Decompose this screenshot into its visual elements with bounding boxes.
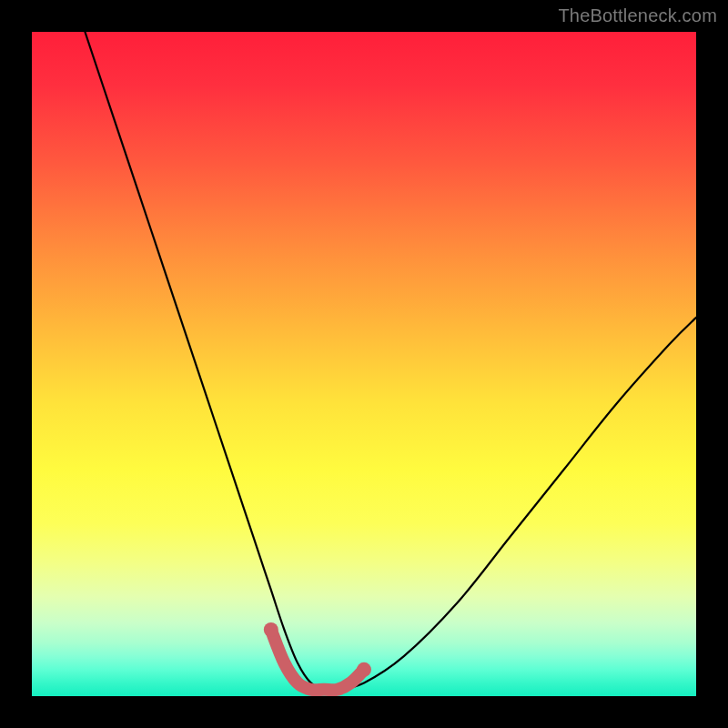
highlight-end-dot xyxy=(357,662,371,677)
bottleneck-curve-path xyxy=(85,32,696,691)
watermark-text: TheBottleneck.com xyxy=(558,5,717,26)
highlight-end-dot xyxy=(264,622,278,637)
plot-area xyxy=(32,32,696,696)
curve-layer xyxy=(32,32,696,696)
bottom-highlight-path xyxy=(271,630,364,690)
chart-frame: TheBottleneck.com xyxy=(0,0,728,728)
